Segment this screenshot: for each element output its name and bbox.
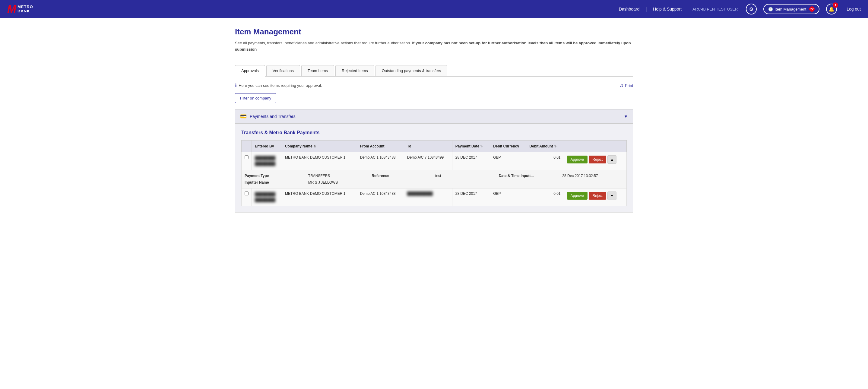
main-content: Item Management See all payments, transf… — [0, 18, 868, 389]
row2-from-account: Demo AC 1 10843488 — [357, 188, 404, 206]
row2-actions: Approve Reject ▼ — [564, 188, 626, 206]
th-payment-date[interactable]: Payment Date ⇅ — [452, 140, 490, 152]
logo-metro: METRO — [18, 5, 33, 9]
table-row: ████████████████ METRO BANK DEMO CUSTOME… — [242, 152, 627, 170]
page-title: Item Management — [235, 27, 633, 36]
settings-button[interactable]: ⚙ — [746, 4, 757, 14]
reference-value: test — [435, 174, 496, 178]
row1-company-name: METRO BANK DEMO CUSTOMER 1 — [282, 152, 357, 170]
row1-checkbox[interactable] — [245, 155, 249, 159]
th-company-name[interactable]: Company Name ⇅ — [282, 140, 357, 152]
item-management-badge: 22 — [809, 6, 815, 12]
row1-payment-date: 28 DEC 2017 — [452, 152, 490, 170]
clock-icon: 🕐 — [768, 7, 773, 11]
row2-expand-button[interactable]: ▼ — [608, 192, 617, 200]
row2-entered-by: ████████████████ — [252, 188, 282, 206]
row1-entered-by-value: ████████████████ — [255, 155, 279, 167]
payment-type-value: TRANSFERS — [308, 174, 369, 178]
inputter-label: Inputter Name — [245, 180, 306, 185]
table-header-row: Entered By Company Name ⇅ From Account T… — [242, 140, 627, 152]
section-bar-label: Payments and Transfers — [250, 114, 296, 119]
row1-action-cell: Approve Reject ▲ — [567, 155, 623, 164]
th-to: To — [404, 140, 452, 152]
header-nav: Dashboard | Help & Support — [619, 6, 682, 12]
tab-outstanding-payments[interactable]: Outstanding payments & transfers — [375, 65, 447, 76]
row2-entered-by-value: ████████████████ — [255, 192, 279, 203]
datetime-label: Date & Time Inputt... — [499, 174, 560, 178]
row2-company-name: METRO BANK DEMO CUSTOMER 1 — [282, 188, 357, 206]
nav-divider: | — [645, 6, 647, 12]
help-support-link[interactable]: Help & Support — [653, 7, 682, 11]
payment-type-label: Payment Type — [245, 174, 306, 178]
info-icon: ℹ — [235, 83, 237, 88]
info-text: Here you can see items requiring your ap… — [239, 83, 322, 88]
logo: M METRO BANK — [7, 4, 33, 14]
date-sort-icon: ⇅ — [480, 145, 483, 148]
row1-debit-currency: GBP — [490, 152, 526, 170]
print-button[interactable]: 🖨 Print — [620, 83, 633, 88]
credit-card-icon: 💳 — [240, 113, 247, 120]
dashboard-link[interactable]: Dashboard — [619, 7, 640, 11]
logout-button[interactable]: Log out — [846, 7, 861, 11]
row2-reject-button[interactable]: Reject — [589, 192, 606, 200]
section-bar-left: 💳 Payments and Transfers — [240, 113, 296, 120]
filter-on-company-button[interactable]: Filter on company — [235, 93, 276, 103]
chevron-down-icon: ▼ — [610, 194, 614, 198]
row1-from-account: Demo AC 1 10843488 — [357, 152, 404, 170]
logo-text: METRO BANK — [18, 5, 33, 13]
tab-verifications[interactable]: Verifications — [266, 65, 300, 76]
row1-approve-button[interactable]: Approve — [567, 156, 588, 163]
row1-collapse-button[interactable]: ▲ — [608, 155, 617, 164]
tab-approvals[interactable]: Approvals — [235, 65, 265, 76]
datetime-value: 28 Dec 2017 13:32:57 — [562, 174, 623, 178]
row2-checkbox-cell — [242, 188, 252, 206]
table-section-title: Transfers & Metro Bank Payments — [241, 130, 627, 135]
user-label: ARC-IB PEN TEST USER — [692, 7, 738, 11]
row2-action-cell: Approve Reject ▼ — [567, 192, 623, 200]
inputter-value: MR S J JELLOWS — [308, 180, 369, 185]
row1-detail-grid: Payment Type TRANSFERS Reference test Da… — [245, 174, 623, 185]
payments-table: Entered By Company Name ⇅ From Account T… — [241, 140, 627, 206]
row2-checkbox[interactable] — [245, 192, 249, 195]
page-content: Item Management See all payments, transf… — [223, 18, 645, 222]
th-debit-currency: Debit Currency — [490, 140, 526, 152]
info-text-container: ℹ Here you can see items requiring your … — [235, 83, 322, 88]
tab-bar: Approvals Verifications Team Items Rejec… — [235, 65, 633, 76]
row1-actions: Approve Reject ▲ — [564, 152, 626, 170]
row1-checkbox-cell — [242, 152, 252, 170]
tab-team-items[interactable]: Team Items — [301, 65, 334, 76]
table-row: ████████████████ METRO BANK DEMO CUSTOME… — [242, 188, 627, 206]
row1-reject-button[interactable]: Reject — [589, 156, 606, 163]
chevron-down-icon: ▼ — [624, 114, 628, 119]
reference-label: Reference — [372, 174, 433, 178]
notification-badge: 1 — [833, 2, 838, 8]
item-management-button[interactable]: 🕐 Item Management 22 — [763, 4, 820, 14]
th-debit-amount[interactable]: Debit Amount ⇅ — [526, 140, 564, 152]
gear-icon: ⚙ — [749, 6, 753, 12]
notification-button[interactable]: 🔔 1 — [826, 4, 837, 14]
table-row-detail: Payment Type TRANSFERS Reference test Da… — [242, 170, 627, 188]
company-sort-icon: ⇅ — [313, 145, 316, 148]
table-section: Transfers & Metro Bank Payments Entered … — [235, 124, 633, 213]
row2-payment-date: 28 DEC 2017 — [452, 188, 490, 206]
logo-bank: BANK — [18, 9, 33, 13]
row2-debit-amount: 0.01 — [526, 188, 564, 206]
printer-icon: 🖨 — [620, 83, 624, 88]
row1-debit-amount: 0.01 — [526, 152, 564, 170]
row1-detail-cell: Payment Type TRANSFERS Reference test Da… — [242, 170, 627, 188]
tab-rejected-items[interactable]: Rejected Items — [335, 65, 374, 76]
payments-transfers-section-bar[interactable]: 💳 Payments and Transfers ▼ — [235, 109, 633, 124]
th-entered-by: Entered By — [252, 140, 282, 152]
amount-sort-icon: ⇅ — [554, 145, 556, 148]
row2-approve-button[interactable]: Approve — [567, 192, 588, 200]
chevron-up-icon: ▲ — [610, 157, 614, 162]
row1-entered-by: ████████████████ — [252, 152, 282, 170]
th-actions — [564, 140, 626, 152]
row2-to-value: ██████████ — [407, 192, 449, 196]
item-management-label: Item Management — [775, 7, 806, 11]
logo-m-letter: M — [7, 4, 16, 14]
th-checkbox — [242, 140, 252, 152]
th-from-account: From Account — [357, 140, 404, 152]
row1-to: Demo A/C 7 10843499 — [404, 152, 452, 170]
row2-to: ██████████ — [404, 188, 452, 206]
